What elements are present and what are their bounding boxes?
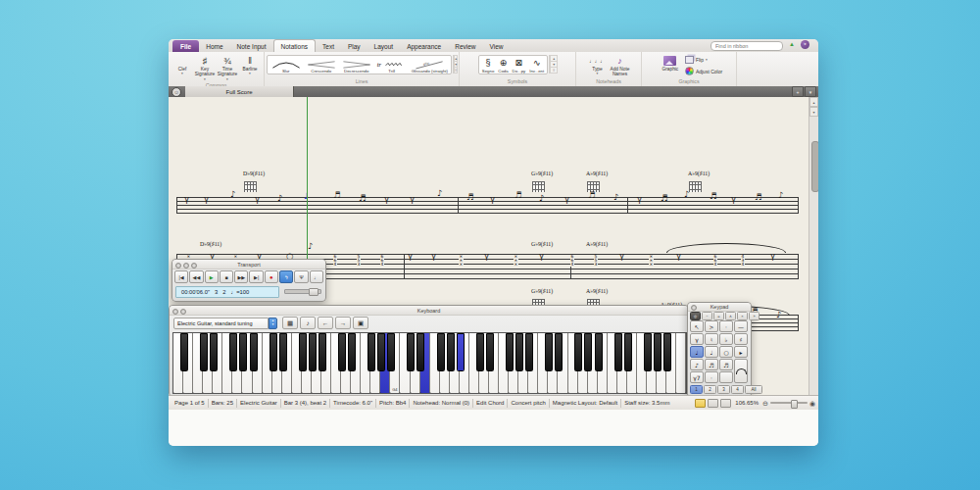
tab-menu-button[interactable]: ▾: [805, 86, 816, 97]
minimize-ribbon-icon[interactable]: ▲: [789, 41, 795, 47]
find-in-ribbon-input[interactable]: [710, 41, 783, 51]
keypad-eighth-note[interactable]: ♪: [690, 359, 704, 370]
status-magnetic-layout[interactable]: Magnetic Layout: Default: [550, 400, 620, 406]
keypad-title-bar[interactable]: Keypad: [688, 303, 751, 312]
keypad-whole-note[interactable]: ○: [719, 346, 733, 358]
slur-gallery-item[interactable]: Slur: [269, 57, 304, 74]
keypad-blank[interactable]: [719, 371, 733, 383]
pages-view-icon[interactable]: [720, 399, 731, 408]
black-key[interactable]: [486, 333, 494, 371]
flip-button[interactable]: Flip▾: [685, 54, 722, 65]
keypad-sixteenth-note[interactable]: ♬: [705, 359, 718, 370]
normal-view-icon[interactable]: [708, 399, 718, 408]
ribbon-tab-notations[interactable]: Notations: [273, 39, 316, 52]
voice-4-button[interactable]: 4: [731, 385, 744, 394]
black-key[interactable]: [614, 333, 622, 371]
black-key[interactable]: [584, 333, 592, 371]
keypad-rhythm-dot[interactable]: ·: [705, 371, 718, 383]
vertical-scrollbar-thumb[interactable]: [811, 141, 819, 192]
black-key[interactable]: [368, 333, 375, 371]
zoom-slider-thumb[interactable]: [791, 400, 798, 409]
black-key[interactable]: [229, 333, 237, 371]
black-key[interactable]: [644, 333, 652, 371]
ribbon-tab-note-input[interactable]: Note Input: [230, 40, 273, 52]
instrument-stepper[interactable]: ▲▼: [269, 318, 277, 329]
black-key[interactable]: [663, 333, 671, 371]
tempo-slider[interactable]: [284, 289, 321, 294]
live-tempo-button[interactable]: Ψ: [294, 270, 308, 283]
white-key[interactable]: [676, 333, 686, 393]
decrescendo-gallery-item[interactable]: Decrescendo: [339, 57, 374, 74]
copy-keyboard-icon[interactable]: ▣: [353, 317, 368, 329]
keypad-layout-tab-5[interactable]: ×: [737, 312, 748, 320]
black-key[interactable]: [624, 333, 632, 371]
black-key[interactable]: [574, 333, 582, 371]
rewind-button[interactable]: ◀◀: [189, 270, 203, 283]
gallery-scroll-more[interactable]: ≡: [550, 68, 558, 74]
black-key[interactable]: [299, 333, 307, 371]
barline-button[interactable]: ‖Barline▾: [239, 54, 262, 75]
keypad-thirtysecond-note[interactable]: ♬: [719, 359, 733, 370]
symbols-gallery-scroll[interactable]: ▴▾≡: [549, 55, 558, 74]
ribbon-tab-review[interactable]: Review: [448, 40, 482, 52]
do-py-gallery-item[interactable]: ⊠Do...py: [511, 57, 528, 74]
play-button[interactable]: ▶: [205, 270, 219, 283]
note-input-mode-icon[interactable]: ♪: [300, 317, 316, 329]
crescendo-gallery-item[interactable]: Crescendo: [304, 57, 339, 74]
keypad-layout-tab-4[interactable]: ∧: [725, 312, 736, 320]
scrollbar-arrows[interactable]: ▴▾: [809, 97, 818, 117]
voice-1-button[interactable]: 1: [690, 385, 703, 394]
black-key[interactable]: [457, 333, 465, 371]
gallery-scroll-up[interactable]: ▴: [550, 55, 558, 62]
go-to-start-button[interactable]: |◀: [174, 270, 188, 283]
zoom-out-icon[interactable]: ⊖: [762, 400, 768, 407]
scroll-down-icon[interactable]: ▾: [809, 107, 818, 117]
ribbon-tab-home[interactable]: Home: [199, 40, 229, 52]
voice-2-button[interactable]: 2: [704, 385, 716, 394]
keypad-flat[interactable]: ♭: [719, 333, 733, 345]
keypad-sharp[interactable]: ♯: [734, 333, 748, 345]
black-key[interactable]: [210, 333, 218, 371]
help-icon[interactable]: *: [801, 40, 809, 49]
stop-button[interactable]: ■: [220, 270, 233, 283]
ribbon-tab-layout[interactable]: Layout: [368, 40, 401, 52]
tempo-slider-thumb[interactable]: [309, 288, 318, 296]
voice-3-button[interactable]: 3: [717, 385, 730, 394]
gallery-scroll-up[interactable]: ▴: [454, 55, 458, 62]
status-bar-3-4-beat-2[interactable]: Bar 3 (4), beat 2: [281, 400, 329, 406]
flexi-time-button[interactable]: ϟ: [279, 270, 293, 283]
keypad-accent[interactable]: >: [705, 320, 718, 332]
ribbon-tab-text[interactable]: Text: [316, 40, 341, 52]
tab-file[interactable]: File: [172, 40, 199, 52]
transport-title-bar[interactable]: Transport: [172, 260, 325, 270]
status-timecode[interactable]: Timecode: 6.0": [330, 400, 375, 406]
go-to-end-button[interactable]: ▶|: [249, 270, 263, 283]
key-signature-button[interactable]: ♯Key Signature▾: [194, 54, 217, 81]
keypad-layout-tab-6[interactable]: »: [749, 312, 760, 320]
status-electric-guitar[interactable]: Electric Guitar: [237, 400, 280, 406]
add-note-names-button[interactable]: ♪Add Note Names: [609, 54, 631, 77]
black-key[interactable]: [506, 333, 514, 371]
black-key[interactable]: [525, 333, 533, 371]
coda-gallery-item[interactable]: ⊕Coda: [496, 57, 510, 74]
keypad-window-dots[interactable]: [691, 305, 697, 311]
black-key[interactable]: [545, 333, 553, 371]
black-key[interactable]: [416, 333, 424, 371]
vertical-scrollbar[interactable]: ▴▾: [808, 97, 818, 395]
adjust-color-button[interactable]: Adjust Color: [685, 66, 722, 76]
black-key[interactable]: [447, 333, 455, 371]
keyboard-window-dots[interactable]: [172, 309, 186, 315]
black-key[interactable]: [555, 333, 563, 371]
black-key[interactable]: [309, 333, 317, 371]
click-button[interactable]: ♩: [310, 270, 323, 283]
black-key[interactable]: [318, 333, 326, 371]
keypad-flag[interactable]: ▸: [734, 346, 748, 358]
black-key[interactable]: [476, 333, 484, 371]
keypad-tenuto[interactable]: —: [734, 320, 748, 332]
black-key[interactable]: [180, 333, 188, 371]
black-key[interactable]: [407, 333, 415, 371]
keypad-esc[interactable]: ↖: [690, 320, 704, 332]
black-key[interactable]: [239, 333, 247, 371]
document-tab-full-score[interactable]: Full Score: [185, 86, 294, 97]
keypad-quarter-note[interactable]: ♩: [690, 346, 704, 358]
